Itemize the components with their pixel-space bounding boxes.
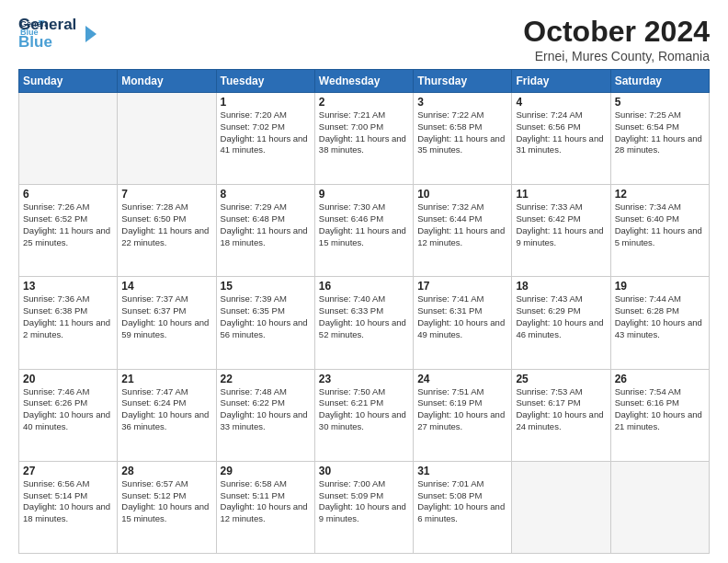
header: General Blue General Blue October 2024 E…	[18, 15, 710, 63]
calendar-week-4: 20Sunrise: 7:46 AM Sunset: 6:26 PM Dayli…	[19, 369, 710, 461]
weekday-header-friday: Friday	[512, 70, 610, 93]
cell-info: Sunrise: 7:37 AM Sunset: 6:37 PM Dayligh…	[121, 293, 211, 340]
calendar-cell: 23Sunrise: 7:50 AM Sunset: 6:21 PM Dayli…	[314, 369, 413, 461]
cell-day-number: 16	[319, 280, 409, 293]
calendar-cell: 3Sunrise: 7:22 AM Sunset: 6:58 PM Daylig…	[414, 93, 512, 185]
cell-info: Sunrise: 7:00 AM Sunset: 5:09 PM Dayligh…	[319, 478, 409, 525]
calendar-table: SundayMondayTuesdayWednesdayThursdayFrid…	[18, 69, 710, 554]
cell-day-number: 3	[417, 96, 507, 109]
logo: General Blue General Blue	[18, 15, 98, 51]
cell-day-number: 17	[417, 280, 507, 293]
calendar-cell: 16Sunrise: 7:40 AM Sunset: 6:33 PM Dayli…	[314, 277, 413, 369]
cell-info: Sunrise: 7:36 AM Sunset: 6:38 PM Dayligh…	[23, 293, 113, 340]
cell-info: Sunrise: 7:46 AM Sunset: 6:26 PM Dayligh…	[23, 386, 113, 433]
cell-day-number: 24	[417, 373, 507, 385]
cell-info: Sunrise: 7:20 AM Sunset: 7:02 PM Dayligh…	[221, 109, 311, 156]
cell-day-number: 30	[319, 465, 409, 477]
cell-info: Sunrise: 7:48 AM Sunset: 6:22 PM Dayligh…	[221, 386, 311, 433]
calendar-cell	[118, 93, 216, 185]
cell-info: Sunrise: 7:47 AM Sunset: 6:24 PM Dayligh…	[121, 386, 211, 433]
calendar-cell: 8Sunrise: 7:29 AM Sunset: 6:48 PM Daylig…	[216, 185, 314, 277]
calendar-cell: 2Sunrise: 7:21 AM Sunset: 7:00 PM Daylig…	[314, 93, 413, 185]
cell-day-number: 25	[516, 373, 606, 385]
cell-info: Sunrise: 6:58 AM Sunset: 5:11 PM Dayligh…	[221, 478, 311, 525]
cell-info: Sunrise: 7:50 AM Sunset: 6:21 PM Dayligh…	[319, 386, 409, 433]
logo-blue: Blue	[18, 34, 76, 52]
calendar-cell: 12Sunrise: 7:34 AM Sunset: 6:40 PM Dayli…	[610, 185, 709, 277]
cell-info: Sunrise: 6:57 AM Sunset: 5:12 PM Dayligh…	[121, 478, 211, 525]
cell-day-number: 22	[221, 373, 311, 385]
cell-day-number: 18	[516, 280, 606, 293]
cell-info: Sunrise: 7:24 AM Sunset: 6:56 PM Dayligh…	[516, 109, 606, 156]
calendar-week-1: 1Sunrise: 7:20 AM Sunset: 7:02 PM Daylig…	[19, 93, 710, 185]
calendar-cell: 20Sunrise: 7:46 AM Sunset: 6:26 PM Dayli…	[19, 369, 118, 461]
calendar-cell: 9Sunrise: 7:30 AM Sunset: 6:46 PM Daylig…	[314, 185, 413, 277]
cell-info: Sunrise: 7:40 AM Sunset: 6:33 PM Dayligh…	[319, 293, 409, 340]
cell-day-number: 1	[221, 96, 311, 109]
location-subtitle: Ernei, Mures County, Romania	[523, 49, 710, 63]
cell-day-number: 23	[319, 373, 409, 385]
cell-info: Sunrise: 7:22 AM Sunset: 6:58 PM Dayligh…	[417, 109, 507, 156]
svg-marker-3	[85, 26, 97, 42]
calendar-cell: 15Sunrise: 7:39 AM Sunset: 6:35 PM Dayli…	[216, 277, 314, 369]
cell-day-number: 21	[121, 373, 211, 385]
title-block: October 2024 Ernei, Mures County, Romani…	[523, 15, 710, 63]
calendar-cell: 22Sunrise: 7:48 AM Sunset: 6:22 PM Dayli…	[216, 369, 314, 461]
cell-info: Sunrise: 7:44 AM Sunset: 6:28 PM Dayligh…	[615, 293, 705, 340]
logo-arrow-icon	[78, 24, 98, 44]
weekday-header-wednesday: Wednesday	[314, 70, 413, 93]
cell-day-number: 2	[319, 96, 409, 109]
calendar-cell: 13Sunrise: 7:36 AM Sunset: 6:38 PM Dayli…	[19, 277, 118, 369]
cell-info: Sunrise: 7:43 AM Sunset: 6:29 PM Dayligh…	[516, 293, 606, 340]
month-title: October 2024	[523, 15, 710, 49]
weekday-header-sunday: Sunday	[19, 70, 118, 93]
cell-day-number: 28	[121, 465, 211, 477]
cell-info: Sunrise: 7:25 AM Sunset: 6:54 PM Dayligh…	[615, 109, 705, 156]
cell-day-number: 12	[615, 188, 705, 201]
calendar-cell: 5Sunrise: 7:25 AM Sunset: 6:54 PM Daylig…	[610, 93, 709, 185]
cell-day-number: 14	[121, 280, 211, 293]
cell-info: Sunrise: 6:56 AM Sunset: 5:14 PM Dayligh…	[23, 478, 113, 525]
cell-info: Sunrise: 7:30 AM Sunset: 6:46 PM Dayligh…	[319, 201, 409, 248]
page: General Blue General Blue October 2024 E…	[0, 0, 728, 563]
cell-info: Sunrise: 7:33 AM Sunset: 6:42 PM Dayligh…	[516, 201, 606, 248]
weekday-header-thursday: Thursday	[414, 70, 512, 93]
cell-day-number: 11	[516, 188, 606, 201]
calendar-cell: 6Sunrise: 7:26 AM Sunset: 6:52 PM Daylig…	[19, 185, 118, 277]
calendar-week-3: 13Sunrise: 7:36 AM Sunset: 6:38 PM Dayli…	[19, 277, 710, 369]
calendar-cell: 4Sunrise: 7:24 AM Sunset: 6:56 PM Daylig…	[512, 93, 610, 185]
cell-day-number: 7	[121, 188, 211, 201]
cell-day-number: 13	[23, 280, 113, 293]
cell-day-number: 27	[23, 465, 113, 477]
calendar-cell: 21Sunrise: 7:47 AM Sunset: 6:24 PM Dayli…	[118, 369, 216, 461]
calendar-cell: 31Sunrise: 7:01 AM Sunset: 5:08 PM Dayli…	[414, 461, 512, 553]
calendar-cell: 26Sunrise: 7:54 AM Sunset: 6:16 PM Dayli…	[610, 369, 709, 461]
cell-info: Sunrise: 7:39 AM Sunset: 6:35 PM Dayligh…	[221, 293, 311, 340]
cell-day-number: 20	[23, 373, 113, 385]
calendar-cell: 1Sunrise: 7:20 AM Sunset: 7:02 PM Daylig…	[216, 93, 314, 185]
cell-day-number: 15	[221, 280, 311, 293]
calendar-cell: 24Sunrise: 7:51 AM Sunset: 6:19 PM Dayli…	[414, 369, 512, 461]
cell-day-number: 4	[516, 96, 606, 109]
cell-info: Sunrise: 7:51 AM Sunset: 6:19 PM Dayligh…	[417, 386, 507, 433]
calendar-cell: 11Sunrise: 7:33 AM Sunset: 6:42 PM Dayli…	[512, 185, 610, 277]
cell-day-number: 5	[615, 96, 705, 109]
calendar-cell: 27Sunrise: 6:56 AM Sunset: 5:14 PM Dayli…	[19, 461, 118, 553]
cell-info: Sunrise: 7:34 AM Sunset: 6:40 PM Dayligh…	[615, 201, 705, 248]
cell-info: Sunrise: 7:53 AM Sunset: 6:17 PM Dayligh…	[516, 386, 606, 433]
logo-general: General	[18, 17, 76, 34]
calendar-cell: 18Sunrise: 7:43 AM Sunset: 6:29 PM Dayli…	[512, 277, 610, 369]
cell-day-number: 6	[23, 188, 113, 201]
calendar-cell	[19, 93, 118, 185]
calendar-cell: 28Sunrise: 6:57 AM Sunset: 5:12 PM Dayli…	[118, 461, 216, 553]
calendar-cell: 14Sunrise: 7:37 AM Sunset: 6:37 PM Dayli…	[118, 277, 216, 369]
calendar-cell: 29Sunrise: 6:58 AM Sunset: 5:11 PM Dayli…	[216, 461, 314, 553]
calendar-cell: 10Sunrise: 7:32 AM Sunset: 6:44 PM Dayli…	[414, 185, 512, 277]
cell-day-number: 26	[615, 373, 705, 385]
weekday-header-row: SundayMondayTuesdayWednesdayThursdayFrid…	[19, 70, 710, 93]
cell-info: Sunrise: 7:01 AM Sunset: 5:08 PM Dayligh…	[417, 478, 507, 525]
cell-info: Sunrise: 7:29 AM Sunset: 6:48 PM Dayligh…	[221, 201, 311, 248]
calendar-cell: 30Sunrise: 7:00 AM Sunset: 5:09 PM Dayli…	[314, 461, 413, 553]
cell-day-number: 19	[615, 280, 705, 293]
cell-info: Sunrise: 7:54 AM Sunset: 6:16 PM Dayligh…	[615, 386, 705, 433]
